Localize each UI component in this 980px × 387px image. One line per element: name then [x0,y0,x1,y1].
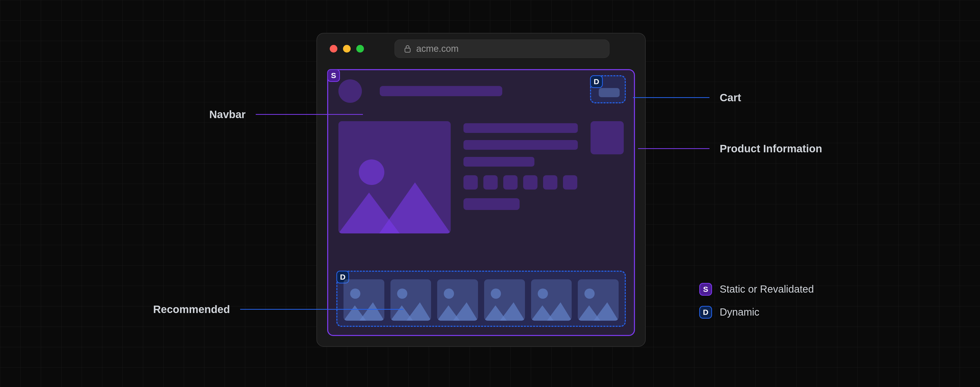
callout-cart-label: Cart [720,92,741,104]
callout-line [633,97,710,98]
image-mountain-icon [578,300,619,321]
recommended-item-placeholder [531,279,572,321]
legend-row-dynamic: D Dynamic [699,306,814,319]
callout-product-info: Product Information [638,143,822,155]
wireframe-navbar [339,78,624,104]
traffic-light-minimize-icon [343,45,351,52]
image-sun-icon [584,289,595,299]
dynamic-recommended-region: D [336,271,626,327]
diagram-stage: acme.com S D [138,33,842,354]
text-line-placeholder [463,140,578,150]
image-sun-icon [397,289,407,299]
badge-s-label: S [703,285,708,293]
traffic-light-close-icon [330,45,337,52]
swatch-placeholder [503,175,517,190]
dynamic-badge-icon: D [699,306,712,319]
static-badge-icon: S [327,69,340,82]
swatch-row [463,175,578,190]
recommended-item-placeholder [437,279,478,321]
svg-rect-0 [405,48,410,52]
callout-navbar: Navbar [209,108,363,121]
callout-cart: Cart [633,92,741,104]
svg-marker-10 [500,302,525,321]
url-bar: acme.com [395,40,609,58]
cart-button-placeholder [599,88,620,97]
callout-line [638,148,710,149]
callout-product-info-label: Product Information [720,143,822,155]
static-region: S D [327,69,635,336]
logo-placeholder-icon [339,79,362,103]
dynamic-badge-icon: D [590,75,603,88]
browser-window: acme.com S D [317,33,646,347]
browser-titlebar: acme.com [317,33,645,64]
image-sun-icon [491,289,501,299]
image-sun-icon [350,289,360,299]
cta-button-placeholder [463,198,520,210]
traffic-lights [330,45,364,52]
text-line-placeholder [463,157,535,167]
legend-static-label: Static or Revalidated [720,284,814,295]
callout-recommended-label: Recommended [153,303,230,316]
image-mountain-icon [531,300,572,321]
traffic-light-maximize-icon [356,45,364,52]
wireframe-product-info [339,121,624,233]
image-mountain-icon [339,177,451,233]
svg-marker-6 [406,302,431,321]
svg-marker-14 [593,302,619,321]
legend: S Static or Revalidated D Dynamic [699,283,814,319]
static-badge-icon: S [699,283,712,296]
image-mountain-icon [437,300,478,321]
diagram-canvas: acme.com S D [0,0,980,387]
swatch-placeholder [543,175,557,190]
legend-row-static: S Static or Revalidated [699,283,814,296]
legend-dynamic-label: Dynamic [720,306,759,318]
image-sun-icon [444,289,454,299]
svg-marker-2 [379,182,451,233]
callout-line [240,309,404,310]
badge-d-label: D [593,77,599,86]
callout-recommended: Recommended [153,303,404,316]
lock-icon [404,44,411,53]
image-mountain-icon [484,300,525,321]
nav-links-placeholder [380,86,502,96]
image-sun-icon [538,289,548,299]
swatch-placeholder [484,175,498,190]
product-details-placeholder [463,121,578,233]
swatch-placeholder [523,175,538,190]
product-image-placeholder-icon [339,121,451,233]
url-text: acme.com [416,43,458,54]
swatch-placeholder [563,175,577,190]
svg-marker-12 [547,302,572,321]
side-thumbnail-placeholder [590,121,624,154]
dynamic-cart-region: D [590,75,626,103]
badge-d-label: D [703,308,708,317]
badge-s-label: S [331,71,336,80]
callout-navbar-label: Navbar [209,108,245,121]
recommended-item-placeholder [578,279,619,321]
swatch-placeholder [463,175,478,190]
recommended-item-placeholder [484,279,525,321]
text-line-placeholder [463,123,578,133]
callout-line [256,114,363,115]
svg-marker-8 [453,302,478,321]
